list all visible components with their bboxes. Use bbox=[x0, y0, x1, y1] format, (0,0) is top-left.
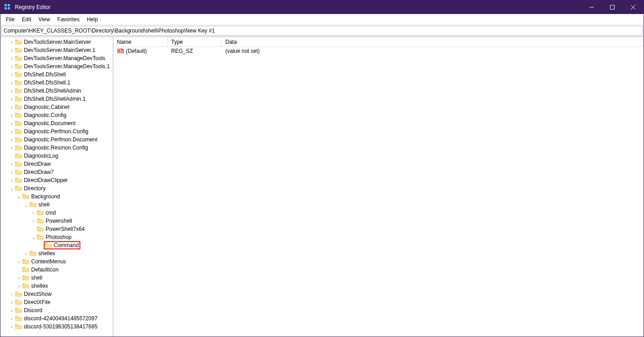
tree-item[interactable]: ›DfsShell.DfsShell.1 bbox=[1, 79, 113, 87]
content-area: ›DevToolsServer.MainServer›DevToolsServe… bbox=[0, 37, 644, 337]
chevron-down-icon[interactable]: ⌄ bbox=[16, 194, 22, 199]
chevron-right-icon[interactable]: › bbox=[16, 259, 22, 264]
chevron-right-icon[interactable]: › bbox=[9, 89, 15, 94]
chevron-right-icon[interactable]: › bbox=[9, 308, 15, 313]
chevron-right-icon[interactable]: › bbox=[16, 276, 22, 281]
folder-icon bbox=[15, 55, 22, 61]
chevron-down-icon[interactable]: ⌄ bbox=[23, 202, 29, 207]
tree-item-label: Background bbox=[31, 193, 60, 200]
menu-view[interactable]: View bbox=[35, 15, 54, 23]
chevron-right-icon[interactable]: › bbox=[9, 97, 15, 102]
registry-tree: ›DevToolsServer.MainServer›DevToolsServe… bbox=[0, 37, 113, 332]
close-button[interactable] bbox=[623, 0, 644, 14]
tree-item[interactable]: ›Diagnostic.Resmon.Config bbox=[1, 144, 113, 152]
tree-item[interactable]: ›ContextMenus bbox=[1, 257, 113, 266]
tree-item-label: shellex bbox=[31, 283, 48, 289]
chevron-right-icon[interactable]: › bbox=[30, 219, 37, 224]
chevron-right-icon[interactable]: › bbox=[9, 170, 15, 175]
tree-item[interactable]: ›DirectDraw7 bbox=[1, 168, 113, 176]
tree-item[interactable]: ⌄shell bbox=[1, 201, 113, 209]
address-bar[interactable]: Computer\HKEY_CLASSES_ROOT\Directory\Bac… bbox=[1, 26, 643, 36]
tree-item[interactable]: ›DirectDrawClipper bbox=[1, 176, 113, 184]
tree-item[interactable]: ›Discord bbox=[1, 306, 113, 314]
menu-edit[interactable]: Edit bbox=[18, 15, 35, 23]
folder-icon bbox=[15, 120, 22, 126]
tree-item[interactable]: ›DevToolsServer.ManageDevTools bbox=[1, 54, 113, 62]
tree-item-label: Diagnostic.Config bbox=[24, 112, 66, 118]
tree-item[interactable]: ›DfsShell.DfsShell bbox=[1, 70, 113, 79]
chevron-right-icon[interactable]: › bbox=[9, 300, 15, 305]
chevron-down-icon[interactable]: ⌄ bbox=[30, 235, 37, 240]
chevron-right-icon[interactable]: › bbox=[9, 178, 15, 183]
column-name[interactable]: Name bbox=[113, 37, 168, 47]
column-data[interactable]: Data bbox=[222, 37, 644, 47]
tree-item[interactable]: PowerShell7x64 bbox=[1, 225, 113, 233]
tree-item[interactable]: DefaultIcon bbox=[1, 266, 113, 274]
chevron-right-icon[interactable]: › bbox=[9, 105, 15, 110]
tree-item[interactable]: ⌄Background bbox=[1, 192, 113, 201]
tree-item[interactable]: ›discord-424004941485572097 bbox=[1, 314, 113, 323]
maximize-button[interactable] bbox=[602, 0, 623, 14]
chevron-right-icon[interactable]: › bbox=[9, 292, 15, 297]
tree-item-label: shellex bbox=[38, 250, 55, 257]
chevron-right-icon[interactable]: › bbox=[16, 284, 22, 289]
tree-item-label: DevToolsServer.ManageDevTools bbox=[24, 55, 105, 61]
chevron-right-icon[interactable]: › bbox=[9, 48, 15, 53]
tree-item[interactable]: ›Diagnostic.Cabinet bbox=[1, 103, 113, 111]
tree-item[interactable]: ›shell bbox=[1, 274, 113, 282]
tree-item[interactable]: ›Diagnostic.Config bbox=[1, 111, 113, 119]
chevron-right-icon[interactable]: › bbox=[9, 145, 15, 150]
tree-item[interactable]: DiagnosticLog bbox=[1, 152, 113, 160]
menu-file[interactable]: File bbox=[2, 15, 18, 23]
chevron-down-icon[interactable]: ⌄ bbox=[9, 186, 15, 191]
chevron-right-icon[interactable]: › bbox=[9, 64, 15, 69]
tree-item[interactable]: Command bbox=[1, 241, 113, 249]
window-title: Registry Editor bbox=[15, 4, 581, 10]
column-type[interactable]: Type bbox=[168, 37, 222, 47]
tree-item[interactable]: ›DirectShow bbox=[1, 290, 113, 298]
tree-item[interactable]: ›cmd bbox=[1, 209, 113, 217]
chevron-right-icon[interactable]: › bbox=[9, 113, 15, 118]
tree-item[interactable]: ›DirectXFile bbox=[1, 298, 113, 306]
tree-item[interactable]: ›Diagnostic.Perfmon.Document bbox=[1, 136, 113, 144]
tree-item[interactable]: ›discord-530196305138417685 bbox=[1, 323, 113, 331]
tree-item[interactable]: ›DevToolsServer.ManageDevTools.1 bbox=[1, 62, 113, 70]
folder-icon bbox=[22, 275, 29, 281]
tree-item[interactable]: ›DfsShell.DfsShellAdmin bbox=[1, 87, 113, 95]
chevron-right-icon[interactable]: › bbox=[9, 316, 15, 321]
tree-item-label: DirectDrawClipper bbox=[24, 177, 68, 183]
tree-item[interactable]: ›shellex bbox=[1, 249, 113, 257]
tree-pane[interactable]: ›DevToolsServer.MainServer›DevToolsServe… bbox=[0, 37, 113, 337]
folder-icon bbox=[37, 218, 44, 224]
chevron-right-icon[interactable]: › bbox=[9, 137, 15, 142]
tree-item[interactable]: ›Diagnostic.Document bbox=[1, 119, 113, 127]
chevron-right-icon[interactable]: › bbox=[9, 129, 15, 134]
tree-item[interactable]: ›DevToolsServer.MainServer bbox=[1, 38, 113, 46]
tree-item[interactable]: ›shellex bbox=[1, 282, 113, 290]
folder-icon bbox=[22, 258, 29, 265]
tree-item[interactable]: ⌄Directory bbox=[1, 184, 113, 192]
value-list[interactable]: ab(Default)REG_SZ(value not set) bbox=[113, 47, 644, 337]
tree-item[interactable]: ›Diagnostic.Perfmon.Config bbox=[1, 127, 113, 136]
titlebar[interactable]: Registry Editor bbox=[0, 0, 644, 14]
menu-favorites[interactable]: Favorites bbox=[54, 15, 83, 23]
chevron-right-icon[interactable]: › bbox=[9, 40, 15, 45]
chevron-right-icon[interactable]: › bbox=[9, 121, 15, 126]
chevron-right-icon[interactable]: › bbox=[9, 162, 15, 167]
chevron-right-icon[interactable]: › bbox=[9, 56, 15, 61]
menu-help[interactable]: Help bbox=[83, 15, 102, 23]
chevron-right-icon[interactable]: › bbox=[30, 211, 37, 215]
tree-item[interactable]: ›DfsShell.DfsShellAdmin.1 bbox=[1, 95, 113, 103]
chevron-right-icon[interactable]: › bbox=[9, 72, 15, 77]
tree-item-label: DiagnosticLog bbox=[24, 153, 58, 159]
minimize-button[interactable] bbox=[581, 0, 602, 14]
chevron-right-icon[interactable]: › bbox=[9, 80, 15, 85]
chevron-right-icon[interactable]: › bbox=[23, 251, 29, 256]
tree-item[interactable]: ›DevToolsServer.MainServer.1 bbox=[1, 46, 113, 54]
value-row[interactable]: ab(Default)REG_SZ(value not set) bbox=[113, 47, 644, 55]
tree-item[interactable]: ›Powershell bbox=[1, 217, 113, 225]
chevron-right-icon[interactable]: › bbox=[9, 324, 15, 329]
tree-item[interactable]: ⌄Photoshop bbox=[1, 233, 113, 241]
folder-icon bbox=[45, 242, 52, 248]
tree-item[interactable]: ›DirectDraw bbox=[1, 160, 113, 168]
